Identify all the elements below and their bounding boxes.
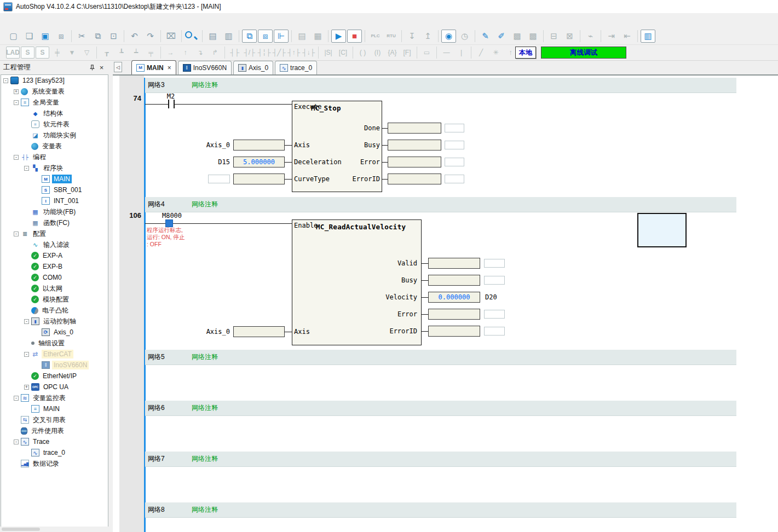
tree-item[interactable]: 以太网: [1, 283, 108, 294]
menu-item[interactable]: [65, 19, 74, 22]
tree-item[interactable]: INT_001: [1, 195, 108, 206]
output-operand-box[interactable]: [428, 326, 480, 337]
insert-network[interactable]: ╪: [50, 47, 64, 59]
tree-expander-icon[interactable]: -: [14, 232, 19, 236]
clear-matrix[interactable]: ▩: [526, 30, 540, 43]
tree-item[interactable]: - 配置: [1, 228, 108, 239]
vline[interactable]: |: [454, 47, 468, 59]
tree-expander-icon[interactable]: [34, 363, 39, 368]
branch-open[interactable]: ┲: [100, 47, 113, 59]
output-comment-box[interactable]: [484, 327, 505, 336]
usb-program[interactable]: ⌁: [583, 30, 598, 43]
copy-window[interactable]: ⧉: [242, 30, 257, 43]
network6-header[interactable]: 网络6 网络注释: [145, 401, 736, 416]
tree-item[interactable]: EXP-B: [1, 261, 108, 272]
tree-item[interactable]: 元件使用表: [1, 425, 108, 436]
new-file[interactable]: ▢: [6, 30, 21, 43]
tree-item[interactable]: COM0: [1, 272, 108, 283]
applied-instruction[interactable]: {A}: [385, 47, 399, 59]
network3-header[interactable]: 网络3 网络注释: [145, 78, 736, 93]
network5-header[interactable]: 网络5 网络注释: [145, 350, 736, 365]
output-comment-box[interactable]: [484, 259, 505, 268]
input-comment-box[interactable]: [208, 175, 230, 183]
tree-expander-icon[interactable]: [14, 429, 19, 433]
tree-item[interactable]: + 系统变量表: [1, 86, 108, 97]
tree-expander-icon[interactable]: [24, 297, 29, 302]
menu-item[interactable]: [35, 19, 45, 22]
output-operand-box[interactable]: [388, 174, 441, 184]
tree-item[interactable]: EXP-A: [1, 250, 108, 261]
output-comment-box[interactable]: [445, 175, 464, 183]
tree-item[interactable]: 软元件表: [1, 119, 108, 130]
undo[interactable]: ↶: [127, 30, 142, 43]
network7-header[interactable]: 网络7 网络注释: [145, 452, 736, 467]
page-compare[interactable]: ▦: [310, 30, 325, 43]
local-mode-button[interactable]: 本地: [515, 47, 536, 59]
tree-expander-icon[interactable]: [34, 199, 39, 204]
delete-row[interactable]: ⊠: [562, 30, 577, 43]
editor-tab[interactable]: trace_0: [275, 61, 317, 74]
insert-block[interactable]: ▭: [420, 47, 434, 59]
tree-expander-icon[interactable]: -: [24, 166, 29, 171]
network4-header[interactable]: 网络4 网络注释: [145, 197, 736, 212]
contact-operand[interactable]: M2: [160, 92, 182, 101]
rtu[interactable]: RTU: [384, 30, 399, 43]
tree-expander-icon[interactable]: [24, 221, 29, 225]
contact-falling[interactable]: ┤↓├: [302, 47, 315, 59]
tree-item[interactable]: - 运动控制轴: [1, 316, 108, 327]
input-value-box[interactable]: [233, 140, 285, 151]
memory-view[interactable]: ▥: [641, 30, 655, 43]
input-operand-label[interactable]: Axis_0: [186, 141, 230, 149]
tree-expander-icon[interactable]: +: [14, 89, 19, 94]
tree-expander-icon[interactable]: [24, 286, 29, 291]
open-project[interactable]: ❏: [22, 30, 37, 43]
upload[interactable]: ↥: [420, 30, 435, 43]
tree-expander-icon[interactable]: -: [14, 396, 19, 401]
wire-down-right[interactable]: ↴: [193, 47, 207, 59]
wire-right[interactable]: →: [164, 47, 177, 59]
output-operand-box[interactable]: [388, 123, 441, 134]
line-delete-all[interactable]: ✳: [489, 47, 503, 59]
tree-item[interactable]: + OPC UA: [1, 381, 108, 392]
network-comment[interactable]: 网络注释: [192, 454, 218, 464]
tree-expander-icon[interactable]: [24, 308, 29, 313]
tree-expander-icon[interactable]: [24, 122, 29, 127]
tree-expander-icon[interactable]: -: [14, 100, 19, 105]
tree-expander-icon[interactable]: [14, 418, 19, 423]
coil-set[interactable]: |S|: [321, 47, 335, 59]
selected-contact[interactable]: [165, 219, 173, 227]
tree-expander-icon[interactable]: [24, 264, 29, 269]
page-check[interactable]: ▤: [295, 30, 309, 43]
branch-close[interactable]: ┺: [114, 47, 128, 59]
tree-item[interactable]: 结构体: [1, 108, 108, 119]
tree-item[interactable]: - Trace: [1, 436, 108, 447]
sfc-step[interactable]: S: [21, 47, 34, 59]
menu-item[interactable]: [84, 19, 94, 22]
network-comment[interactable]: 网络注释: [192, 505, 218, 514]
output-comment-box[interactable]: [445, 158, 464, 166]
tree-expander-icon[interactable]: -: [24, 352, 29, 357]
tree-expander-icon[interactable]: [34, 330, 39, 335]
append-network[interactable]: ▼: [65, 47, 79, 59]
tree-expander-icon[interactable]: [24, 133, 29, 138]
monitor[interactable]: ◉: [441, 30, 456, 43]
tree-expander-icon[interactable]: -: [14, 440, 19, 444]
wire-up-right[interactable]: ↱: [208, 47, 222, 59]
output-operand-box[interactable]: [388, 140, 441, 151]
contact-bar[interactable]: [168, 100, 169, 108]
online-edit[interactable]: ✎: [478, 30, 493, 43]
tree-expander-icon[interactable]: +: [24, 385, 29, 390]
tree-item[interactable]: - EtherCAT: [1, 349, 108, 360]
wire-up[interactable]: ↑: [178, 47, 192, 59]
menu-item[interactable]: [25, 19, 35, 22]
download[interactable]: ↧: [405, 30, 419, 43]
coil-out[interactable]: ( ): [356, 47, 370, 59]
scrollbar-thumb[interactable]: [2, 528, 40, 531]
tab-close-icon[interactable]: ×: [168, 64, 171, 72]
input-value-box[interactable]: [233, 174, 285, 184]
output-operand-box[interactable]: [428, 258, 480, 269]
tree-expander-icon[interactable]: [24, 210, 29, 215]
compile-matrix[interactable]: ▩: [510, 30, 525, 43]
sfc-step2[interactable]: S: [36, 47, 49, 59]
network-comment[interactable]: 网络注释: [192, 80, 218, 90]
